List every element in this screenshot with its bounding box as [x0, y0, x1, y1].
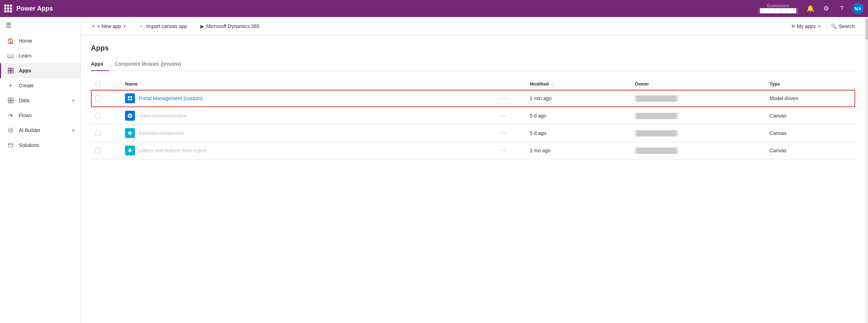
- sidebar-item-create-label: Create: [19, 83, 34, 88]
- environment-value: ████████████: [758, 8, 798, 13]
- table-header-row: Name Modified ↓ Owner Type: [91, 78, 855, 90]
- main-layout: ☰ 🏠 Home 📖 Learn Apps + Create: [0, 17, 868, 323]
- row1-modified-cell: 1 min ago: [526, 90, 630, 107]
- col-type-header: Type: [765, 78, 855, 90]
- toolbar-divider-1: [132, 22, 133, 31]
- row3-checkbox[interactable]: [95, 130, 101, 136]
- row3-checkbox-cell: [91, 125, 121, 142]
- import-canvas-button[interactable]: ← Import canvas app: [136, 21, 191, 31]
- sidebar-item-home[interactable]: 🏠 Home: [0, 33, 81, 48]
- table-row[interactable]: Portal Management (custom) ··· 1 min ago…: [91, 90, 855, 107]
- row1-name[interactable]: Portal Management (custom): [139, 95, 203, 101]
- row1-modified: 1 min ago: [530, 95, 552, 101]
- home-icon: 🏠: [7, 37, 15, 45]
- apps-table: Name Modified ↓ Owner Type: [91, 78, 855, 159]
- new-app-icon: +: [92, 23, 95, 29]
- row3-owner-cell: ████████████: [630, 125, 765, 142]
- select-all-checkbox[interactable]: [95, 81, 101, 87]
- col-modified-header: Modified ↓: [526, 78, 630, 90]
- help-button[interactable]: ?: [835, 2, 848, 15]
- row4-type-cell: Canvas: [765, 142, 855, 159]
- sidebar-item-data[interactable]: Data ∨: [0, 93, 81, 108]
- svg-point-10: [10, 130, 11, 131]
- dynamics-label: Microsoft Dynamics 365: [206, 23, 259, 29]
- row2-modified-cell: 5 d ago: [526, 107, 630, 125]
- scrollbar[interactable]: [865, 17, 868, 323]
- sidebar-item-apps[interactable]: Apps: [0, 63, 81, 78]
- svg-rect-7: [11, 101, 13, 103]
- row4-modified: 1 mo ago: [530, 148, 550, 153]
- tab-apps[interactable]: Apps: [91, 58, 109, 71]
- avatar[interactable]: NA: [852, 3, 864, 14]
- col-owner-header: Owner: [630, 78, 765, 90]
- row3-more-cell: ···: [481, 125, 526, 142]
- environment-label: Environment: [767, 4, 789, 8]
- row4-checkbox[interactable]: [95, 148, 101, 153]
- row2-more-cell: ···: [481, 107, 526, 125]
- page-title: Apps: [91, 44, 855, 52]
- settings-button[interactable]: ⚙: [820, 2, 832, 15]
- col-more-header: [481, 78, 526, 90]
- row4-name[interactable]: Labels and buttons from report: [139, 148, 206, 153]
- new-app-label: + New app: [97, 23, 121, 29]
- apps-grid-icon[interactable]: [4, 5, 12, 12]
- table-row[interactable]: Example component ··· 5 d ago ██████████…: [91, 125, 855, 142]
- dynamics-button[interactable]: ▶ Microsoft Dynamics 365: [197, 21, 263, 31]
- row3-name[interactable]: Example component: [139, 130, 184, 136]
- row2-name-cell: Crisis Communication: [121, 107, 481, 125]
- col-checkbox-header: [91, 78, 121, 90]
- row4-owner: ████████████: [635, 147, 678, 154]
- row1-type: Model-driven: [770, 95, 798, 101]
- search-button[interactable]: 🔍 Search: [827, 21, 858, 31]
- sidebar-item-apps-label: Apps: [19, 68, 31, 73]
- apps-icon: [7, 67, 15, 75]
- row1-name-cell: Portal Management (custom): [121, 90, 481, 107]
- search-label: Search: [839, 23, 855, 29]
- new-app-button[interactable]: + + New app ∨: [88, 21, 130, 32]
- sidebar-item-home-label: Home: [19, 38, 32, 44]
- row3-modified: 5 d ago: [530, 130, 547, 136]
- svg-rect-11: [9, 143, 13, 147]
- table-row[interactable]: Labels and buttons from report ··· 1 mo …: [91, 142, 855, 159]
- col-name-header: Name: [121, 78, 481, 90]
- environment-selector[interactable]: Environment ████████████: [758, 4, 798, 13]
- row2-more-button[interactable]: ···: [498, 112, 509, 119]
- svg-rect-3: [11, 71, 13, 73]
- tab-component-libraries[interactable]: Component libraries (preview): [115, 58, 187, 71]
- flows-icon: [7, 111, 15, 119]
- row2-checkbox[interactable]: [95, 113, 101, 119]
- table-row[interactable]: Crisis Communication ··· 5 d ago ███████…: [91, 107, 855, 125]
- import-icon: ←: [139, 23, 144, 29]
- dynamics-icon: ▶: [200, 23, 204, 29]
- svg-rect-6: [8, 101, 10, 103]
- import-canvas-label: Import canvas app: [146, 23, 187, 29]
- sidebar-item-solutions[interactable]: Solutions: [0, 138, 81, 153]
- row3-more-button[interactable]: ···: [498, 129, 509, 137]
- create-icon: +: [7, 82, 15, 89]
- sidebar-item-create[interactable]: + Create: [0, 78, 81, 93]
- data-chevron-icon: ∨: [72, 98, 75, 103]
- row2-name[interactable]: Crisis Communication: [139, 113, 187, 119]
- scrollbar-thumb[interactable]: [866, 18, 868, 40]
- sidebar-item-learn-label: Learn: [19, 53, 32, 59]
- notifications-button[interactable]: 🔔: [804, 2, 817, 15]
- row4-app-icon: [125, 146, 135, 155]
- sidebar: ☰ 🏠 Home 📖 Learn Apps + Create: [0, 17, 81, 323]
- myapps-button[interactable]: ≡ My apps ∨: [788, 21, 824, 32]
- row1-more-button[interactable]: ···: [498, 94, 509, 102]
- row4-more-button[interactable]: ···: [498, 147, 509, 154]
- sidebar-item-flows[interactable]: Flows: [0, 108, 81, 123]
- topbar-icons: 🔔 ⚙ ? NA: [804, 2, 864, 15]
- toolbar-divider-2: [194, 22, 194, 31]
- svg-rect-4: [8, 98, 10, 100]
- svg-rect-15: [128, 99, 130, 100]
- learn-icon: 📖: [7, 52, 15, 60]
- sidebar-item-ai-builder[interactable]: AI Builder ∨: [0, 123, 81, 138]
- row1-checkbox[interactable]: [95, 95, 101, 101]
- row3-type: Canvas: [770, 130, 786, 136]
- hamburger-menu[interactable]: ☰: [0, 17, 81, 33]
- row4-type: Canvas: [770, 148, 786, 153]
- data-icon: [7, 97, 15, 104]
- sidebar-item-learn[interactable]: 📖 Learn: [0, 48, 81, 63]
- svg-rect-1: [11, 68, 13, 70]
